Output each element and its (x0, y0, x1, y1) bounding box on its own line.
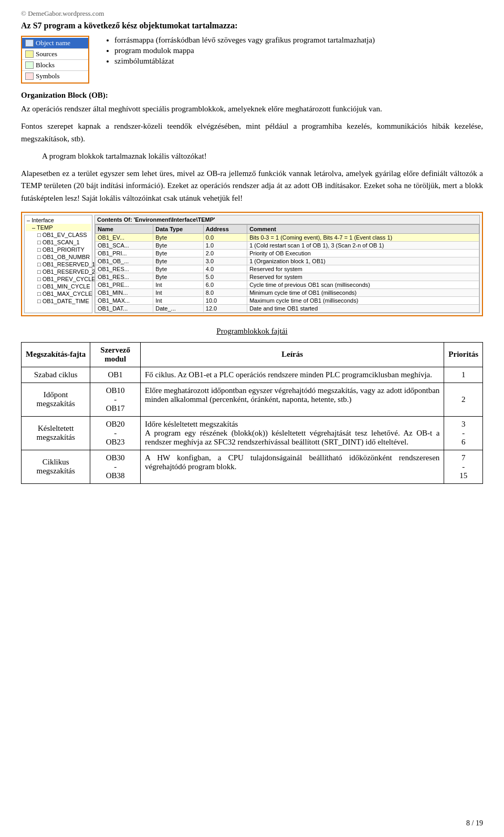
data-table-area: Contents Of: 'Environment\Interface\TEMP… (94, 215, 480, 313)
object-list-item-blocks[interactable]: Blocks (22, 60, 88, 71)
table-row: Késleltetett megszakításOB20 - OB23Időre… (22, 416, 483, 450)
data-table-row: OB1_DAT... Date_... 12.0 Date and time O… (96, 304, 479, 312)
data-table-row: OB1_SCA... Byte 1.0 1 (Cold restart scan… (96, 241, 479, 249)
cell-comment: Maximum cycle time of OB1 (milliseconds) (247, 296, 479, 304)
cell-type: Byte (153, 233, 204, 241)
object-list-item-sources[interactable]: Sources (22, 49, 88, 60)
data-table-row: OB1_RES... Byte 4.0 Reserved for system (96, 265, 479, 273)
cell-type: Byte (153, 249, 204, 257)
cell-prioritas: 7 - 15 (444, 450, 483, 483)
symbols-label: Symbols (36, 72, 60, 80)
cell-address: 0.0 (203, 233, 247, 241)
cell-megszakitas-fajta: Szabad ciklus (22, 367, 90, 383)
ob-text3: Alapesetben ez a terület egyszer sem leh… (21, 168, 483, 204)
cell-name: OB1_DAT... (96, 304, 153, 312)
col-datatype: Data Type (153, 224, 204, 233)
sources-label: Sources (36, 50, 57, 58)
cell-name: OB1_SCA... (96, 241, 153, 249)
site-url: © DemeGabor.wordpress.com (21, 9, 483, 18)
cell-address: 8.0 (203, 288, 247, 296)
tree-interface: – Interface (26, 216, 91, 224)
screenshot-area: – Interface – TEMP □ OB1_EV_CLASS □ OB1_… (21, 212, 483, 316)
cell-name: OB1_EV... (96, 233, 153, 241)
cell-comment: 1 (Cold restart scan 1 of OB 1), 3 (Scan… (247, 241, 479, 249)
cell-address: 2.0 (203, 249, 247, 257)
bullet-item-2: program modulok mappa (114, 46, 483, 55)
data-table-row: OB1_MAX... Int 10.0 Maximum cycle time o… (96, 296, 479, 304)
cell-comment: Reserved for system (247, 265, 479, 273)
data-table: Name Data Type Address Comment OB1_EV...… (95, 224, 479, 313)
cell-address: 3.0 (203, 257, 247, 265)
col-name: Name (96, 224, 153, 233)
cell-type: Date_... (153, 304, 204, 312)
cell-leiras: Fő ciklus. Az OB1-et a PLC operációs ren… (141, 367, 444, 383)
tree-ob1-date-time: □ OB1_DATE_TIME (26, 297, 91, 305)
main-table: Megszakítás-fajta Szervező modul Leírás … (21, 342, 483, 484)
sources-icon (25, 50, 34, 58)
data-table-row: OB1_EV... Byte 0.0 Bits 0-3 = 1 (Coming … (96, 233, 479, 241)
blocks-icon (25, 61, 34, 69)
cell-name: OB1_RES... (96, 265, 153, 273)
cell-type: Byte (153, 273, 204, 281)
ob-text2: Fontos szerepet kapnak a rendszer-közeli… (21, 120, 483, 145)
col-comment: Comment (247, 224, 479, 233)
cell-name: OB1_RES... (96, 273, 153, 281)
data-table-row: OB1_PRI... Byte 2.0 Priority of OB Execu… (96, 249, 479, 257)
cell-leiras: Időre késleltetett megszakítás A program… (141, 416, 444, 450)
tree-ob1-min-cycle: □ OB1_MIN_CYCLE (26, 283, 91, 290)
cell-szervezo-modul: OB20 - OB23 (90, 416, 141, 450)
table-row: Szabad ciklusOB1Fő ciklus. Az OB1-et a P… (22, 367, 483, 383)
cell-prioritas: 3 - 6 (444, 416, 483, 450)
cell-type: Byte (153, 265, 204, 273)
cell-address: 12.0 (203, 304, 247, 312)
bullet-item-3: szimbólumtáblázat (114, 57, 483, 66)
data-table-row: OB1_RES... Byte 5.0 Reserved for system (96, 273, 479, 281)
tree-temp[interactable]: – TEMP (26, 224, 91, 231)
table-row: Időpont megszakításOB10 - OB17Előre megh… (22, 383, 483, 416)
cell-address: 5.0 (203, 273, 247, 281)
data-table-row: OB1_PRE... Int 6.0 Cycle time of previou… (96, 281, 479, 288)
tree-ob1-reserved2: □ OB1_RESERVED_2 (26, 268, 91, 275)
cell-name: OB1_OB_... (96, 257, 153, 265)
col-address: Address (203, 224, 247, 233)
ob-indent-text: A program blokkok tartalmaznak lokális v… (21, 150, 483, 162)
data-table-row: OB1_OB_... Byte 3.0 1 (Organization bloc… (96, 257, 479, 265)
cell-szervezo-modul: OB10 - OB17 (90, 383, 141, 416)
bullet-list: forrásmappa (forráskódban lévő szöveges … (99, 36, 483, 84)
cell-name: OB1_MAX... (96, 296, 153, 304)
object-name-icon (25, 39, 34, 47)
page-title: Az S7 program a következő kész objektumo… (21, 21, 483, 30)
cell-address: 6.0 (203, 281, 247, 288)
cell-leiras: Előre meghatározott időpontban egyszer v… (141, 383, 444, 416)
main-col4-header: Prioritás (444, 342, 483, 367)
cell-type: Byte (153, 257, 204, 265)
cell-comment: Bits 0-3 = 1 (Coming event), Bits 4-7 = … (247, 233, 479, 241)
table-row: Ciklikus megszakításOB30 - OB38A HW konf… (22, 450, 483, 483)
tree-ob1-max-cycle: □ OB1_MAX_CYCLE (26, 290, 91, 297)
page-number: 8 / 19 (466, 819, 483, 828)
ob-heading: Organization Block (OB): (21, 91, 483, 100)
cell-comment: Minimum cycle time of OB1 (milliseconds) (247, 288, 479, 296)
object-list-item-objectname[interactable]: Object name (22, 38, 88, 49)
data-table-title: Contents Of: 'Environment\Interface\TEMP… (95, 215, 479, 224)
cell-address: 1.0 (203, 241, 247, 249)
main-col1-header: Megszakítás-fajta (22, 342, 90, 367)
cell-comment: Date and time OB1 started (247, 304, 479, 312)
tree-ob1-ev-class: □ OB1_EV_CLASS (26, 231, 91, 239)
cell-comment: Cycle time of previous OB1 scan (millise… (247, 281, 479, 288)
cell-comment: Reserved for system (247, 273, 479, 281)
cell-prioritas: 1 (444, 367, 483, 383)
cell-comment: Priority of OB Execution (247, 249, 479, 257)
cell-megszakitas-fajta: Időpont megszakítás (22, 383, 90, 416)
symbols-icon (25, 73, 34, 80)
intro-section: Object name Sources Blocks Symbols forrá… (21, 36, 483, 84)
tree-ob1-priority: □ OB1_PRIORITY (26, 246, 91, 253)
bullet-item-1: forrásmappa (forráskódban lévő szöveges … (114, 36, 483, 45)
data-table-row: OB1_MIN... Int 8.0 Minimum cycle time of… (96, 288, 479, 296)
object-list-item-symbols[interactable]: Symbols (22, 71, 88, 81)
object-name-label: Object name (36, 39, 70, 47)
cell-szervezo-modul: OB1 (90, 367, 141, 383)
cell-comment: 1 (Organization block 1, OB1) (247, 257, 479, 265)
cell-type: Int (153, 296, 204, 304)
main-col3-header: Leírás (141, 342, 444, 367)
